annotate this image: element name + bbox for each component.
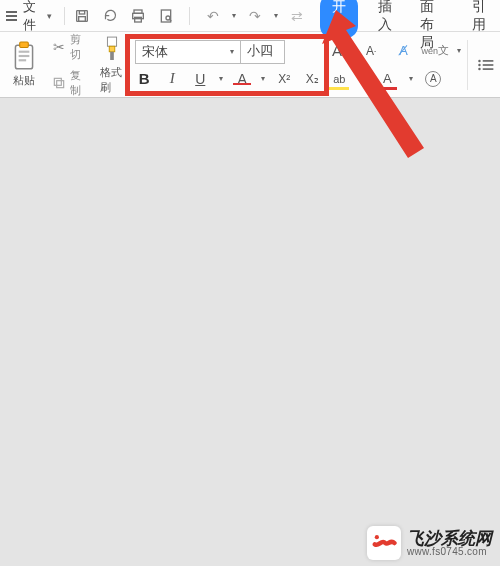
- svg-rect-2: [79, 16, 86, 21]
- cut-label: 剪切: [70, 32, 90, 62]
- shrink-font-button[interactable]: A-: [361, 41, 381, 61]
- subscript-button[interactable]: X₂: [303, 72, 321, 86]
- reload-icon[interactable]: [101, 7, 119, 25]
- enclose-char-button[interactable]: A: [425, 71, 441, 87]
- underline-button[interactable]: U: [191, 71, 209, 87]
- separator: [64, 7, 65, 25]
- svg-rect-10: [19, 51, 30, 53]
- svg-rect-13: [57, 80, 64, 87]
- paste-button[interactable]: 粘贴: [6, 41, 42, 88]
- chevron-down-icon: ▾: [230, 47, 234, 56]
- bullet-list-button[interactable]: [474, 42, 498, 88]
- font-family-dropdown[interactable]: 宋体 ▾: [135, 40, 241, 64]
- copy-button[interactable]: 复制: [52, 68, 90, 98]
- list-icon: [477, 58, 495, 72]
- file-menu-caret-icon[interactable]: ▾: [47, 11, 52, 21]
- highlight-dropdown-icon[interactable]: ▾: [361, 74, 365, 83]
- font-color-dropdown-icon[interactable]: ▾: [409, 74, 413, 83]
- superscript-button[interactable]: X²: [275, 72, 293, 86]
- paste-label: 粘贴: [13, 73, 35, 88]
- font-family-value: 宋体: [142, 43, 168, 61]
- underline-dropdown-icon[interactable]: ▾: [219, 74, 223, 83]
- copy-label: 复制: [70, 68, 90, 98]
- format-painter-label: 格式刷: [100, 65, 126, 95]
- undo-icon[interactable]: ↶: [204, 7, 222, 25]
- separator: [467, 40, 468, 90]
- phonetic-dropdown-icon[interactable]: ▾: [457, 46, 461, 55]
- redo-dropdown-icon[interactable]: ▾: [274, 11, 278, 20]
- svg-rect-12: [19, 59, 27, 61]
- document-canvas[interactable]: [0, 98, 500, 566]
- print-icon[interactable]: [129, 7, 147, 25]
- tab-reference[interactable]: 引用: [464, 0, 494, 38]
- svg-rect-8: [15, 45, 32, 69]
- file-menu[interactable]: 文件: [23, 0, 41, 34]
- svg-rect-15: [108, 37, 117, 46]
- bold-button[interactable]: B: [135, 70, 153, 87]
- font-color-button[interactable]: A: [377, 69, 397, 89]
- svg-point-25: [375, 535, 379, 539]
- highlight-button[interactable]: ab: [329, 69, 349, 89]
- svg-rect-9: [20, 42, 29, 47]
- svg-point-22: [478, 67, 480, 69]
- svg-rect-1: [79, 10, 84, 13]
- strikethrough-button[interactable]: A: [233, 71, 251, 87]
- watermark-url: www.fs0745.com: [407, 547, 492, 557]
- svg-point-18: [478, 59, 480, 61]
- cut-button[interactable]: ✂ 剪切: [52, 32, 90, 62]
- menu-bar: 文件 ▾ ↶ ▾ ↷ ▾ ⇄ 开始 插入 页面布局 引用: [0, 0, 500, 32]
- watermark-logo-icon: [367, 526, 401, 560]
- svg-point-20: [478, 63, 480, 65]
- repeat-icon[interactable]: ⇄: [288, 7, 306, 25]
- strike-dropdown-icon[interactable]: ▾: [261, 74, 265, 83]
- grow-font-button[interactable]: A+: [329, 41, 349, 61]
- undo-dropdown-icon[interactable]: ▾: [232, 11, 236, 20]
- clear-format-button[interactable]: A̸: [393, 41, 413, 61]
- svg-rect-11: [19, 55, 30, 57]
- print-preview-icon[interactable]: [157, 7, 175, 25]
- font-size-dropdown[interactable]: 小四: [241, 40, 285, 64]
- font-group: 宋体 ▾ 小四 B I U ▾ A ▾ X² X₂: [131, 36, 325, 94]
- save-icon[interactable]: [73, 7, 91, 25]
- clipboard-small: ✂ 剪切 复制: [48, 32, 94, 97]
- quick-access-toolbar: ↶ ▾ ↷ ▾ ⇄: [73, 7, 306, 25]
- svg-rect-19: [483, 60, 494, 62]
- font-tools-group: A+ A- A̸ wén文 ▾ ab ▾ A ▾ A: [327, 36, 463, 94]
- svg-rect-17: [111, 51, 115, 59]
- tab-start[interactable]: 开始: [320, 0, 358, 38]
- ribbon: 粘贴 ✂ 剪切 复制 格式刷: [0, 32, 500, 98]
- tab-insert[interactable]: 插入: [370, 0, 400, 38]
- hamburger-icon[interactable]: [6, 11, 17, 21]
- font-size-value: 小四: [247, 43, 273, 60]
- paste-icon: [11, 41, 37, 71]
- copy-icon: [52, 75, 67, 91]
- svg-rect-16: [110, 46, 116, 52]
- format-painter-group[interactable]: 格式刷: [96, 32, 130, 97]
- italic-button[interactable]: I: [163, 70, 181, 87]
- separator: [189, 7, 190, 25]
- svg-rect-14: [55, 78, 62, 85]
- paste-group: 粘贴: [2, 32, 46, 97]
- svg-rect-21: [483, 64, 494, 66]
- scissors-icon: ✂: [52, 39, 67, 55]
- phonetic-guide-button[interactable]: wén文: [425, 41, 445, 61]
- redo-icon[interactable]: ↷: [246, 7, 264, 25]
- brush-icon: [101, 35, 123, 63]
- watermark: 飞沙系统网 www.fs0745.com: [367, 526, 492, 560]
- watermark-title: 飞沙系统网: [407, 530, 492, 547]
- svg-rect-23: [483, 68, 494, 70]
